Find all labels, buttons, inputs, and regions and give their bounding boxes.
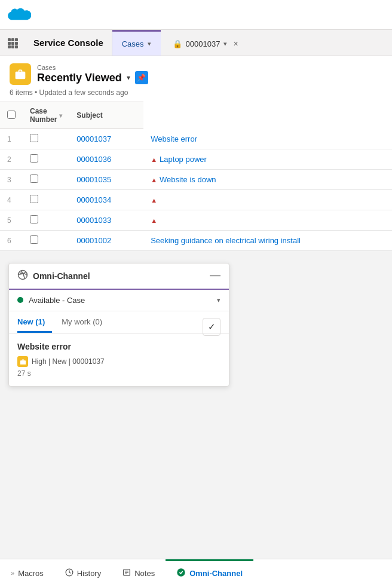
case-record-tab-chevron: ▾: [223, 40, 227, 48]
row-checkbox[interactable]: [30, 235, 38, 244]
priority-icon: ▲: [151, 176, 157, 183]
breadcrumb: Cases: [37, 64, 148, 71]
list-header-text: Cases Recently Viewed ▾ 📌: [37, 64, 148, 84]
case-lock-icon: 🔒: [173, 39, 182, 48]
status-dot: [17, 297, 23, 303]
row-checkbox[interactable]: [30, 215, 38, 223]
work-item-badge: High | New | 00001037: [32, 357, 105, 366]
omni-tab-new[interactable]: New (1): [17, 311, 52, 333]
pin-button[interactable]: 📌: [135, 71, 148, 84]
row-number: 5: [0, 210, 23, 231]
work-item-title: Website error: [17, 342, 105, 351]
case-number-link[interactable]: 00001002: [76, 236, 111, 245]
priority-icon: ▲: [151, 217, 157, 224]
row-number: 2: [0, 149, 23, 170]
svg-rect-4: [11, 42, 14, 45]
row-checkbox[interactable]: [30, 154, 38, 163]
accept-checkmark-icon: ✓: [208, 321, 216, 332]
priority-icon: ▲: [151, 197, 157, 204]
omni-channel-widget: Omni-Channel — Available - Case ▾ New (1…: [8, 263, 229, 387]
cases-briefcase-icon: [14, 68, 26, 80]
cases-table: Case Number ▾ Subject 1 00001037 Website…: [0, 102, 392, 251]
list-header: Cases Recently Viewed ▾ 📌: [0, 56, 392, 85]
list-view-dropdown[interactable]: ▾: [127, 73, 130, 82]
case-record-tab-close[interactable]: ×: [233, 39, 238, 48]
row-checkbox[interactable]: [30, 195, 38, 203]
row-number: 4: [0, 190, 23, 210]
cases-tab-chevron: ▾: [148, 40, 151, 48]
svg-rect-8: [15, 45, 18, 48]
status-dropdown[interactable]: ▾: [217, 296, 220, 304]
row-checkbox-cell: [23, 210, 69, 231]
subject-cell: Website error: [143, 129, 392, 149]
table-row: 6 00001002 Seeking guidance on electrica…: [0, 231, 392, 251]
title-row: Recently Viewed ▾ 📌: [37, 71, 148, 84]
history-svg-icon: [65, 568, 74, 577]
bottom-tab-macros[interactable]: » Macros: [0, 559, 54, 585]
main-content: Cases Recently Viewed ▾ 📌 6 items • Upda…: [0, 56, 392, 251]
grid-icon: [7, 38, 18, 48]
row-checkbox[interactable]: [30, 174, 38, 183]
bottom-tab-omni[interactable]: Omni-Channel: [166, 559, 253, 585]
omni-minimize-button[interactable]: —: [210, 269, 220, 283]
bottom-tab-history[interactable]: History: [54, 559, 112, 585]
omni-channel-tab-label: Omni-Channel: [189, 569, 243, 578]
omni-header: Omni-Channel —: [9, 264, 229, 290]
row-checkbox-cell: [23, 231, 69, 251]
case-number-cell: 00001002: [69, 231, 143, 251]
macros-tab-label: Macros: [18, 569, 44, 578]
omni-tab-mywork[interactable]: My work (0): [62, 311, 109, 333]
case-number-link[interactable]: 00001037: [76, 134, 111, 143]
work-item-meta: High | New | 00001037: [17, 356, 105, 367]
table-row: 3 00001035 ▲Website is down: [0, 170, 392, 190]
omni-tab-mywork-label: My work (0): [62, 317, 102, 326]
omni-channel-icon: [17, 269, 28, 283]
app-launcher-button[interactable]: [0, 30, 25, 56]
app-name-label: Service Console: [33, 38, 103, 48]
work-item-container: Website error High | New | 00001037 27 s…: [9, 333, 229, 386]
case-number-link[interactable]: 00001033: [76, 216, 111, 225]
subject-cell: ▲: [143, 190, 392, 210]
status-text: Available - Case: [29, 296, 85, 305]
cases-tab-label: Cases: [122, 39, 144, 48]
case-number-label: Case Number: [30, 107, 57, 124]
case-number-cell: 00001037: [69, 129, 143, 149]
row-number: 3: [0, 170, 23, 190]
case-number-cell: 00001033: [69, 210, 143, 231]
history-tab-label: History: [77, 569, 101, 578]
notes-icon: [122, 568, 131, 578]
salesforce-logo: [7, 3, 31, 27]
history-icon: [65, 568, 74, 578]
row-checkbox-cell: [23, 129, 69, 149]
bottom-tabs: » Macros History Notes: [0, 559, 392, 585]
row-number: 1: [0, 129, 23, 149]
select-all-header[interactable]: [0, 102, 23, 129]
case-number-header[interactable]: Case Number ▾: [23, 102, 69, 129]
update-status: 6 items • Updated a few seconds ago: [0, 85, 392, 102]
notes-tab-label: Notes: [134, 569, 155, 578]
omni-title: Omni-Channel: [33, 271, 90, 281]
table-row: 5 00001033 ▲: [0, 210, 392, 231]
subject-label: Subject: [76, 111, 102, 120]
row-checkbox[interactable]: [30, 134, 38, 142]
case-number-link[interactable]: 00001034: [76, 195, 111, 204]
case-number-link[interactable]: 00001036: [76, 155, 111, 164]
row-number: 6: [0, 231, 23, 251]
subject-cell: Seeking guidance on electrical wiring in…: [143, 231, 392, 251]
subject-cell: ▲Laptop power: [143, 149, 392, 170]
notes-svg-icon: [122, 568, 131, 577]
cases-tab[interactable]: Cases ▾: [112, 30, 161, 56]
table-row: 4 00001034 ▲: [0, 190, 392, 210]
omni-tab-new-label: New (1): [17, 317, 45, 326]
bottom-tab-notes[interactable]: Notes: [112, 559, 166, 585]
svg-rect-7: [11, 45, 14, 48]
row-checkbox-cell: [23, 190, 69, 210]
case-record-tab[interactable]: 🔒 00001037 ▾ ×: [163, 30, 248, 56]
svg-rect-1: [11, 38, 14, 41]
case-number-link[interactable]: 00001035: [76, 175, 111, 184]
work-item-time: 27 s: [17, 369, 105, 378]
accept-work-button[interactable]: ✓: [203, 318, 220, 336]
subject-header: Subject: [69, 102, 143, 129]
select-all-checkbox[interactable]: [7, 111, 16, 119]
work-item-briefcase-icon: [20, 359, 26, 365]
